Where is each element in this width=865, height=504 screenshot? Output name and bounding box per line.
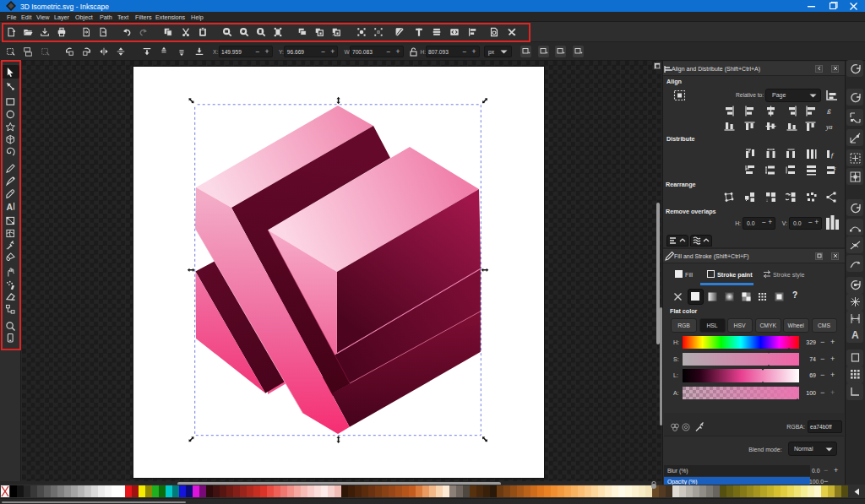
svg-text:↓: ↓ <box>765 198 768 203</box>
svg-text:ƒ: ƒ <box>833 166 836 174</box>
svg-text:ƒ: ƒ <box>830 151 835 160</box>
svg-text:ya: ya <box>825 123 833 131</box>
svg-text:ß: ß <box>826 107 831 116</box>
svg-text:A: A <box>851 329 859 341</box>
